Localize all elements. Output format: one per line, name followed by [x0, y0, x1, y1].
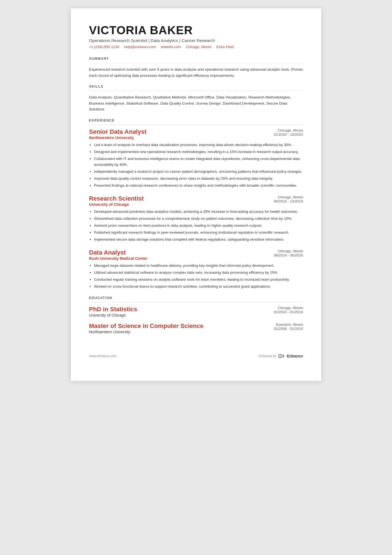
edu-dates: 01/2008 - 01/2010 — [274, 327, 303, 331]
experience-section: EXPERIENCE Senior Data AnalystNorthweste… — [89, 119, 303, 290]
summary-text: Experienced research scientist with over… — [89, 66, 303, 78]
enhancv-logo: Enhancv — [278, 354, 303, 359]
skills-title: SKILLS — [89, 85, 303, 88]
footer: www.enhancv.com Powered by Enhancv — [89, 351, 303, 359]
exp-bullet-item: Managed large datasets related to health… — [94, 263, 303, 269]
education-item: Master of Science in Computer ScienceNor… — [89, 322, 303, 334]
exp-bullet-item: Independently managed a research project… — [94, 169, 303, 175]
exp-bullet-item: Developed advanced predictive data analy… — [94, 209, 303, 215]
exp-job-title: Research Scientist — [89, 195, 144, 202]
summary-divider — [89, 63, 303, 63]
edu-school: University of Chicago — [89, 313, 137, 317]
exp-bullet-list: Managed large datasets related to health… — [89, 263, 303, 289]
contact-line: +1-(234)-555-1234 help@enhancv.com linke… — [89, 45, 303, 49]
resume-page: VICTORIA BAKER Operations Research Scien… — [71, 8, 321, 381]
exp-job-title: Data Analyst — [89, 249, 147, 256]
exp-dates: 01/2020 - 10/2023 — [274, 132, 303, 137]
edu-dates: 01/2010 - 01/2014 — [274, 310, 303, 314]
experience-divider — [89, 125, 303, 125]
edu-degree: Master of Science in Computer Science — [89, 322, 204, 330]
exp-bullet-list: Developed advanced predictive data analy… — [89, 209, 303, 242]
exp-dates: 08/2014 - 05/2016 — [274, 253, 303, 257]
skills-divider — [89, 91, 303, 91]
exp-location: Chicago, Illinois — [274, 249, 303, 253]
education-title: EDUCATION — [89, 296, 303, 300]
summary-title: SUMMARY — [89, 57, 303, 61]
exp-bullet-item: Conducted regular training sessions on a… — [94, 277, 303, 283]
exp-bullet-item: Designed and implemented new operational… — [94, 149, 303, 155]
experience-items: Senior Data AnalystNorthwestern Universi… — [89, 128, 303, 290]
summary-section: SUMMARY Experienced research scientist w… — [89, 57, 303, 78]
exp-bullet-item: Collaborated with IT and business intell… — [94, 156, 303, 168]
footer-left: www.enhancv.com — [89, 354, 116, 358]
exp-bullet-list: Led a team of analysts to overhaul data … — [89, 142, 303, 188]
candidate-name: VICTORIA BAKER — [89, 24, 303, 37]
exp-company: Northwestern University — [89, 135, 147, 140]
exp-location: Chicago, Illinois — [274, 195, 303, 199]
exp-dates: 06/2016 - 12/2019 — [274, 199, 303, 203]
exp-bullet-item: Published significant research findings … — [94, 230, 303, 236]
exp-bullet-item: Presented findings at national research … — [94, 182, 303, 189]
brand-name: Enhancv — [287, 354, 303, 358]
contact-location: Chicago, Illinois — [186, 45, 211, 49]
edu-location: Chicago, Illinois — [274, 306, 303, 310]
skills-section: SKILLS Data Analysis, Quantitative Resea… — [89, 85, 303, 112]
exp-bullet-item: Led a team of analysts to overhaul data … — [94, 142, 303, 148]
header-section: VICTORIA BAKER Operations Research Scien… — [89, 24, 303, 49]
exp-bullet-item: Improved data quality control measures, … — [94, 176, 303, 182]
contact-linkedin[interactable]: linkedin.com — [161, 45, 181, 49]
experience-item: Research ScientistUniversity of ChicagoC… — [89, 195, 303, 242]
exp-job-title: Senior Data Analyst — [89, 128, 147, 135]
edu-location: Evanston, Illinois — [274, 322, 303, 327]
experience-item: Senior Data AnalystNorthwestern Universi… — [89, 128, 303, 188]
exp-bullet-item: Implemented secure data storage solution… — [94, 236, 303, 243]
experience-item: Data AnalystRush University Medical Cent… — [89, 249, 303, 289]
exp-bullet-item: Streamlined data collection processes fo… — [94, 216, 303, 222]
education-items: PhD in StatisticsUniversity of ChicagoCh… — [89, 306, 303, 334]
edu-degree: PhD in Statistics — [89, 306, 137, 313]
education-item: PhD in StatisticsUniversity of ChicagoCh… — [89, 306, 303, 317]
experience-title: EXPERIENCE — [89, 119, 303, 122]
exp-company: Rush University Medical Center — [89, 256, 147, 261]
education-divider — [89, 302, 303, 302]
exp-company: University of Chicago — [89, 202, 144, 207]
exp-location: Chicago, Illinois — [274, 128, 303, 132]
contact-phone: +1-(234)-555-1234 — [89, 45, 119, 49]
powered-by-text: Powered by — [259, 354, 276, 358]
footer-right: Powered by Enhancv — [259, 354, 303, 359]
contact-extra: Extra Field — [216, 45, 234, 49]
candidate-title: Operations Research Scientist | Data Ana… — [89, 38, 303, 43]
exp-bullet-item: Advised junior researchers on best pract… — [94, 223, 303, 229]
exp-bullet-item: Worked on cross-functional teams to supp… — [94, 283, 303, 290]
edu-school: Northwestern University — [89, 330, 204, 334]
skills-text: Data Analysis, Quantitative Research, Qu… — [89, 94, 303, 112]
education-section: EDUCATION PhD in StatisticsUniversity of… — [89, 296, 303, 334]
exp-bullet-item: Utilized advanced statistical software t… — [94, 270, 303, 276]
contact-email[interactable]: help@enhancv.com — [124, 45, 156, 49]
